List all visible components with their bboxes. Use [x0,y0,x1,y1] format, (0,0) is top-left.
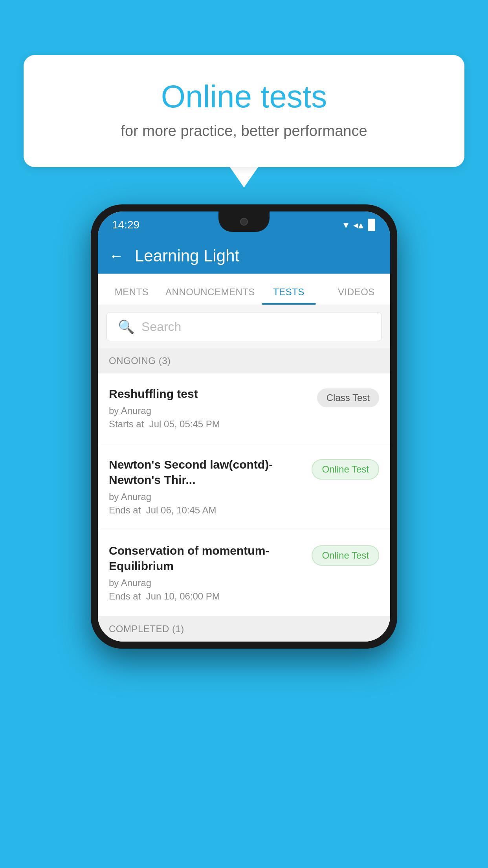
test-badge-2: Online Test [312,459,379,480]
ongoing-section-header: ONGOING (3) [98,348,390,373]
tab-videos[interactable]: VIDEOS [323,287,390,305]
camera-dot [240,218,248,226]
test-time-1: Starts at Jul 05, 05:45 PM [109,419,309,430]
tab-announcements[interactable]: ANNOUNCEMENTS [165,287,255,305]
test-item-3[interactable]: Conservation of momentum-Equilibrium by … [98,530,390,616]
tabs-container: MENTS ANNOUNCEMENTS TESTS VIDEOS [98,274,390,305]
tab-tests[interactable]: TESTS [255,287,323,305]
search-placeholder: Search [141,320,181,334]
test-title-1: Reshuffling test [109,386,309,401]
bubble-title: Online tests [55,79,433,115]
test-info-3: Conservation of momentum-Equilibrium by … [109,543,312,602]
test-info-1: Reshuffling test by Anurag Starts at Jul… [109,386,317,430]
status-time: 14:29 [112,219,139,231]
completed-section-header: COMPLETED (1) [98,616,390,642]
test-time-3: Ends at Jun 10, 06:00 PM [109,591,304,602]
phone-screen: 14:29 ▾ ◂▴ ▉ ← Learning Light MENTS ANNO… [98,211,390,642]
status-icons: ▾ ◂▴ ▉ [343,219,376,231]
test-title-2: Newton's Second law(contd)-Newton's Thir… [109,457,304,487]
test-author-1: by Anurag [109,405,309,416]
speech-bubble-container: Online tests for more practice, better p… [24,55,464,188]
search-container: 🔍 Search [98,305,390,348]
test-badge-1: Class Test [317,388,379,407]
battery-icon: ▉ [368,219,376,231]
test-badge-3: Online Test [312,545,379,566]
search-bar[interactable]: 🔍 Search [106,312,382,341]
speech-bubble-arrow [230,167,258,188]
status-bar: 14:29 ▾ ◂▴ ▉ [98,211,390,238]
test-item-2[interactable]: Newton's Second law(contd)-Newton's Thir… [98,444,390,530]
test-author-2: by Anurag [109,491,304,502]
test-author-3: by Anurag [109,577,304,588]
app-title: Learning Light [135,246,239,265]
test-title-3: Conservation of momentum-Equilibrium [109,543,304,574]
status-notch [218,211,270,232]
app-bar: ← Learning Light [98,238,390,274]
test-item[interactable]: Reshuffling test by Anurag Starts at Jul… [98,373,390,444]
speech-bubble: Online tests for more practice, better p… [24,55,464,167]
tab-ments[interactable]: MENTS [98,287,165,305]
test-info-2: Newton's Second law(contd)-Newton's Thir… [109,457,312,516]
signal-icon: ◂▴ [353,219,363,231]
phone-outer: 14:29 ▾ ◂▴ ▉ ← Learning Light MENTS ANNO… [91,204,397,649]
search-icon: 🔍 [118,319,134,335]
phone-container: 14:29 ▾ ◂▴ ▉ ← Learning Light MENTS ANNO… [91,204,397,649]
bubble-subtitle: for more practice, better performance [55,123,433,140]
test-time-2: Ends at Jul 06, 10:45 AM [109,505,304,516]
wifi-icon: ▾ [343,219,349,231]
back-button[interactable]: ← [109,248,124,265]
